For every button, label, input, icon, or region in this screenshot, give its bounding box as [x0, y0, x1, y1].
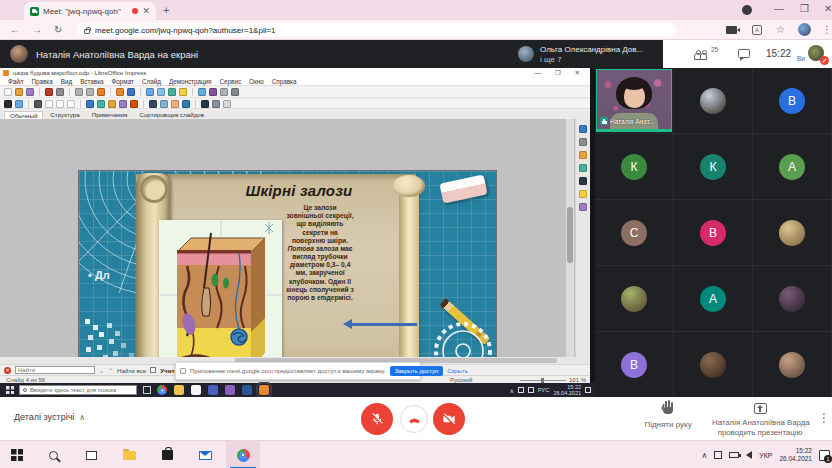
menu-item[interactable]: Демонстрация — [165, 78, 216, 85]
toolbar-icon[interactable] — [212, 100, 220, 108]
forward-icon[interactable]: → — [32, 24, 42, 35]
sidebar-deck-icon[interactable] — [579, 164, 587, 172]
camera-off-button[interactable] — [433, 403, 465, 435]
stop-sharing-button[interactable]: Закрыть доступ — [390, 366, 444, 376]
find-input[interactable] — [15, 366, 95, 374]
hide-notification-button[interactable]: Скрыть — [447, 368, 467, 374]
participant-tile[interactable]: В — [753, 68, 832, 134]
sidebar-deck-icon[interactable] — [579, 125, 587, 133]
window-close-button[interactable]: ✕ — [824, 4, 832, 14]
shared-tray-icon[interactable] — [518, 387, 524, 393]
participant-tile[interactable]: А — [753, 134, 832, 200]
toolbar-icon[interactable] — [56, 88, 64, 96]
shared-clock[interactable]: 15:22 26.04.2021 — [553, 384, 581, 396]
sidebar-deck-icon[interactable] — [579, 203, 587, 211]
toolbar-icon[interactable] — [15, 88, 23, 96]
participant-tile[interactable]: В — [674, 200, 753, 266]
participant-tile[interactable]: С — [595, 200, 674, 266]
toolbar-icon[interactable] — [116, 88, 124, 96]
toolbar-icon[interactable] — [127, 88, 135, 96]
toolbar-icon[interactable] — [67, 100, 75, 108]
browser-tab[interactable]: Meet: "jwq-npwq-qoh" ✕ — [24, 2, 156, 20]
match-case-checkbox[interactable] — [150, 367, 156, 373]
menu-item[interactable]: Правка — [27, 78, 56, 85]
new-tab-button[interactable]: + — [163, 4, 169, 16]
toolbar-icon[interactable] — [34, 100, 42, 108]
browser-profile-icon[interactable] — [742, 5, 752, 15]
back-icon[interactable]: ← — [10, 24, 20, 35]
toolbar-icon[interactable] — [209, 88, 217, 96]
toolbar-icon[interactable] — [86, 100, 94, 108]
toolbar-icon[interactable] — [86, 88, 94, 96]
participant-tile[interactable] — [753, 200, 832, 266]
toolbar-icon[interactable] — [179, 88, 187, 96]
meeting-details-button[interactable]: Деталі зустрічі∧ — [14, 412, 85, 422]
bookmark-star-icon[interactable]: ☆ — [776, 24, 785, 35]
toolbar-icon[interactable] — [171, 100, 179, 108]
toolbar-icon[interactable] — [220, 88, 228, 96]
toolbar-icon[interactable] — [168, 88, 176, 96]
view-tab[interactable]: Структура — [45, 111, 84, 118]
chrome-button[interactable] — [226, 441, 260, 468]
menu-item[interactable]: Справка — [268, 78, 301, 85]
reload-icon[interactable]: ↻ — [54, 24, 62, 35]
more-options-icon[interactable]: ⋮ — [818, 411, 830, 425]
toolbar-icon[interactable] — [157, 88, 165, 96]
toolbar-icon[interactable] — [97, 88, 105, 96]
toolbar-icon[interactable] — [182, 100, 190, 108]
toolbar-icon[interactable] — [15, 100, 23, 108]
tab-close-icon[interactable]: ✕ — [142, 7, 150, 16]
sidebar-deck-icon[interactable] — [579, 190, 587, 198]
shared-start-icon[interactable] — [6, 386, 14, 394]
toolbar-icon[interactable] — [45, 88, 53, 96]
shared-app-document[interactable] — [191, 385, 201, 395]
menu-item[interactable]: Сервис — [216, 78, 246, 85]
shared-app-word[interactable] — [242, 385, 252, 395]
shared-app-impress[interactable] — [259, 385, 269, 395]
sidebar-deck-icon[interactable] — [579, 138, 587, 146]
toolbar-icon[interactable] — [26, 88, 34, 96]
start-button[interactable] — [0, 441, 34, 468]
participant-tile[interactable] — [753, 332, 832, 398]
find-close-icon[interactable]: ✕ — [4, 367, 11, 374]
battery-icon[interactable] — [729, 452, 739, 458]
taskbar-search-button[interactable] — [36, 441, 70, 468]
view-tab[interactable]: Сортировщик слайдов — [134, 111, 209, 118]
language-indicator[interactable]: УКР — [759, 452, 772, 459]
view-tab[interactable]: Примечания — [87, 111, 133, 118]
toolbar-icon[interactable] — [223, 100, 231, 108]
toolbar-icon[interactable] — [146, 88, 154, 96]
shared-app-explorer[interactable] — [174, 385, 184, 395]
toolbar-icon[interactable] — [4, 88, 12, 96]
toolbar-icon[interactable] — [130, 100, 138, 108]
participant-tile[interactable]: В — [595, 332, 674, 398]
chat-icon[interactable] — [738, 49, 750, 58]
taskbar-clock[interactable]: 15:22 26.04.2021 — [779, 447, 812, 463]
participant-tile[interactable]: К — [595, 134, 674, 200]
action-center-icon[interactable]: 1 — [819, 450, 830, 461]
menu-item[interactable]: Вид — [57, 78, 76, 85]
shared-tray-chevron-icon[interactable]: ∧ — [509, 387, 513, 394]
presenting-status[interactable]: Наталія Анатоліївна Варда проводить през… — [712, 400, 808, 437]
sidebar-deck-icon[interactable] — [579, 177, 587, 185]
mail-button[interactable] — [188, 441, 222, 468]
find-prev-icon[interactable]: ⌄ — [99, 367, 104, 374]
window-minimize-button[interactable]: — — [774, 4, 784, 14]
toolbar-icon[interactable] — [149, 100, 157, 108]
tray-shield-icon[interactable] — [714, 451, 722, 459]
vertical-scrollbar[interactable] — [566, 119, 574, 357]
sidebar-deck-icon[interactable] — [579, 151, 587, 159]
tray-chevron-icon[interactable]: ∧ — [701, 451, 707, 460]
camera-in-use-icon[interactable] — [726, 26, 737, 34]
impress-window-buttons[interactable]: — ❐ ✕ — [535, 69, 586, 77]
participant-video-tile[interactable]: Наталія Анат... — [595, 68, 674, 134]
address-bar[interactable]: meet.google.com/jwq-npwq-qoh?authuser=1&… — [76, 23, 676, 37]
zoom-slider-knob[interactable] — [541, 378, 544, 383]
shared-language-indicator[interactable]: РУС — [538, 387, 550, 393]
find-all-button[interactable]: Найти все — [117, 367, 146, 374]
shared-app-viber[interactable] — [225, 385, 235, 395]
shared-search-box[interactable]: Введите здесь текст для поиска — [19, 385, 137, 395]
menu-item[interactable]: Формат — [108, 78, 138, 85]
shared-app-teams[interactable] — [208, 385, 218, 395]
toolbar-icon[interactable] — [97, 100, 105, 108]
